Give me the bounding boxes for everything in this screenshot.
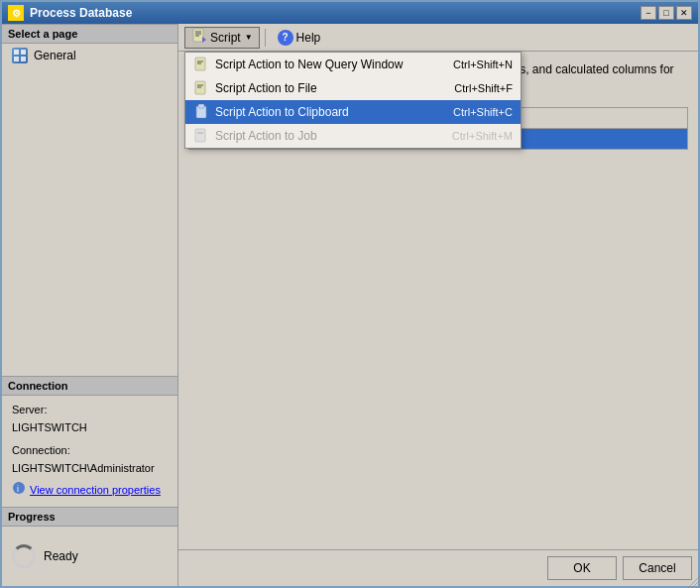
title-bar-controls: − □ ✕ <box>641 6 692 20</box>
sidebar: Select a page General Connection Server: <box>2 24 178 586</box>
svg-point-4 <box>13 482 25 494</box>
progress-section: Progress Ready <box>2 507 177 586</box>
menu-item-to-clipboard[interactable]: Script Action to Clipboard Ctrl+Shift+C <box>185 100 521 124</box>
ok-button[interactable]: OK <box>547 556 617 580</box>
maximize-button[interactable]: □ <box>658 6 674 20</box>
menu-item-to-job: Script Action to Job Ctrl+Shift+M <box>185 124 521 148</box>
svg-rect-3 <box>21 57 26 61</box>
help-icon: ? <box>278 30 293 46</box>
resize-grip[interactable] <box>688 576 700 588</box>
connection-info: Server: LIGHTSWITCH Connection: LIGHTSWI… <box>2 396 177 507</box>
to-job-icon <box>193 128 209 144</box>
select-page-header: Select a page <box>2 24 177 44</box>
to-file-label: Script Action to File <box>215 81 428 95</box>
view-connection-properties-link[interactable]: i View connection properties <box>12 481 168 501</box>
to-file-shortcut: Ctrl+Shift+F <box>454 82 513 94</box>
to-job-shortcut: Ctrl+Shift+M <box>452 130 513 142</box>
new-query-label: Script Action to New Query Window <box>215 58 427 71</box>
svg-rect-19 <box>195 129 205 142</box>
svg-rect-0 <box>14 50 19 55</box>
main-content: Select a page General Connection Server: <box>2 24 698 586</box>
new-query-icon <box>193 57 209 72</box>
view-connection-link-label: View connection properties <box>30 482 161 500</box>
server-label: Server: <box>12 402 168 419</box>
progress-header: Progress <box>2 508 177 527</box>
process-database-window: ⚙ Process Database − □ ✕ Select a page <box>0 0 700 588</box>
help-button[interactable]: ? Help <box>271 27 328 49</box>
to-clipboard-shortcut: Ctrl+Shift+C <box>453 106 513 118</box>
svg-line-22 <box>692 580 700 588</box>
connection-label: Connection: <box>12 442 168 460</box>
general-label: General <box>34 49 76 62</box>
toolbar-separator <box>265 29 266 47</box>
window-title: Process Database <box>30 6 132 20</box>
connection-header: Connection <box>2 377 177 396</box>
right-panel: Script ▼ ? Help <box>178 24 698 586</box>
minimize-button[interactable]: − <box>641 6 656 20</box>
help-label: Help <box>296 31 321 45</box>
svg-rect-18 <box>198 104 204 108</box>
link-icon: i <box>12 481 26 501</box>
connection-section: Connection Server: LIGHTSWITCH Connectio… <box>2 376 177 507</box>
svg-rect-1 <box>21 50 26 55</box>
progress-content: Ready <box>2 527 177 586</box>
cancel-button[interactable]: Cancel <box>623 556 692 580</box>
general-icon <box>12 48 28 63</box>
svg-text:i: i <box>17 484 19 494</box>
toolbar: Script ▼ ? Help <box>178 24 698 52</box>
svg-marker-10 <box>202 37 206 43</box>
footer: OK Cancel <box>178 549 698 586</box>
server-value: LIGHTSWITCH <box>12 419 168 437</box>
script-icon <box>191 28 207 47</box>
title-bar-text: ⚙ Process Database <box>8 5 132 21</box>
new-query-shortcut: Ctrl+Shift+N <box>453 59 513 70</box>
svg-line-23 <box>696 584 700 588</box>
progress-status: Ready <box>44 549 78 563</box>
svg-rect-2 <box>14 57 19 61</box>
script-button[interactable]: Script ▼ <box>184 27 260 49</box>
menu-item-to-file[interactable]: Script Action to File Ctrl+Shift+F <box>185 76 521 100</box>
to-file-icon <box>193 80 209 96</box>
to-clipboard-label: Script Action to Clipboard <box>215 105 427 119</box>
close-button[interactable]: ✕ <box>676 6 692 20</box>
script-dropdown-menu: Script Action to New Query Window Ctrl+S… <box>184 52 522 149</box>
menu-item-new-query[interactable]: Script Action to New Query Window Ctrl+S… <box>185 53 521 76</box>
window-icon: ⚙ <box>8 5 24 21</box>
sidebar-item-general[interactable]: General <box>2 44 177 67</box>
connection-value: LIGHTSWITCH\Administrator <box>12 460 168 478</box>
to-job-label: Script Action to Job <box>215 129 426 143</box>
progress-spinner <box>12 544 36 568</box>
title-bar: ⚙ Process Database − □ ✕ <box>2 2 698 24</box>
to-clipboard-icon <box>193 104 209 120</box>
script-label: Script <box>210 31 241 45</box>
script-dropdown-arrow: ▼ <box>245 33 253 42</box>
